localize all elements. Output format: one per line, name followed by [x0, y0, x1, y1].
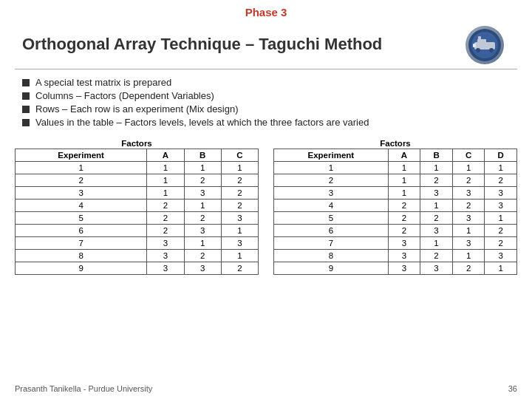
left-factors-label: Factors: [15, 139, 259, 149]
table-row: 31333: [274, 187, 517, 200]
table-row: 8321: [16, 250, 259, 262]
table-row: 7313: [16, 237, 259, 250]
svg-point-4: [476, 48, 480, 52]
bullet-icon-4: [22, 119, 30, 126]
right-factors-label: Factors: [273, 139, 517, 149]
left-table: Experiment A B C 11112122313242125223623…: [15, 149, 259, 275]
table-row: 9332: [16, 262, 259, 275]
table-row: 2122: [16, 174, 259, 187]
bullet-item-1: A special test matrix is prepared: [22, 77, 510, 88]
table-row: 3132: [16, 187, 259, 200]
footer-page: 36: [508, 384, 517, 393]
table-row: 11111: [274, 162, 517, 174]
bullet-item-4: Values in the table – Factors levels, le…: [22, 117, 510, 128]
phase-header: Phase 3: [0, 0, 532, 21]
bullet-list: A special test matrix is prepared Column…: [0, 72, 532, 136]
svg-rect-7: [478, 36, 481, 40]
logo: [466, 26, 510, 63]
left-col-a: A: [147, 149, 184, 162]
svg-rect-3: [477, 39, 486, 44]
bullet-icon-2: [22, 92, 30, 100]
table-row: 6231: [16, 225, 259, 237]
right-col-a: A: [388, 149, 420, 162]
left-col-c: C: [221, 149, 258, 162]
table-row: 52231: [274, 212, 517, 225]
table-row: 83213: [274, 250, 517, 262]
left-col-b: B: [184, 149, 221, 162]
table-row: 73132: [274, 237, 517, 250]
footer-credit: Prasanth Tanikella - Purdue University: [15, 384, 152, 393]
table-row: 4212: [16, 200, 259, 212]
right-col-d: D: [485, 149, 517, 162]
table-row: 21222: [274, 174, 517, 187]
right-col-experiment: Experiment: [274, 149, 389, 162]
table-row: 62312: [274, 225, 517, 237]
table-row: 5223: [16, 212, 259, 225]
bullet-item-2: Columns – Factors (Dependent Variables): [22, 90, 510, 101]
bullet-item-3: Rows – Each row is an experiment (Mix de…: [22, 103, 510, 115]
table-row: 93321: [274, 262, 517, 275]
footer: Prasanth Tanikella - Purdue University 3…: [0, 384, 532, 393]
title-divider: [15, 69, 517, 69]
table-row: 42123: [274, 200, 517, 212]
right-col-b: B: [420, 149, 453, 162]
main-title: Orthogonal Array Technique – Taguchi Met…: [22, 35, 382, 54]
left-col-experiment: Experiment: [16, 149, 147, 162]
left-table-container: Factors Experiment A B C 111121223132421…: [15, 139, 259, 275]
bullet-icon-1: [22, 79, 30, 86]
right-table: Experiment A B C D 111112122231333421235…: [273, 149, 517, 275]
svg-rect-6: [473, 44, 476, 47]
svg-point-5: [489, 48, 494, 52]
right-table-container: Factors Experiment A B C D 1111121222313…: [273, 139, 517, 275]
tables-section: Factors Experiment A B C 111121223132421…: [0, 136, 532, 278]
bullet-icon-3: [22, 106, 30, 113]
table-row: 1111: [16, 162, 259, 174]
right-col-c: C: [452, 149, 485, 162]
